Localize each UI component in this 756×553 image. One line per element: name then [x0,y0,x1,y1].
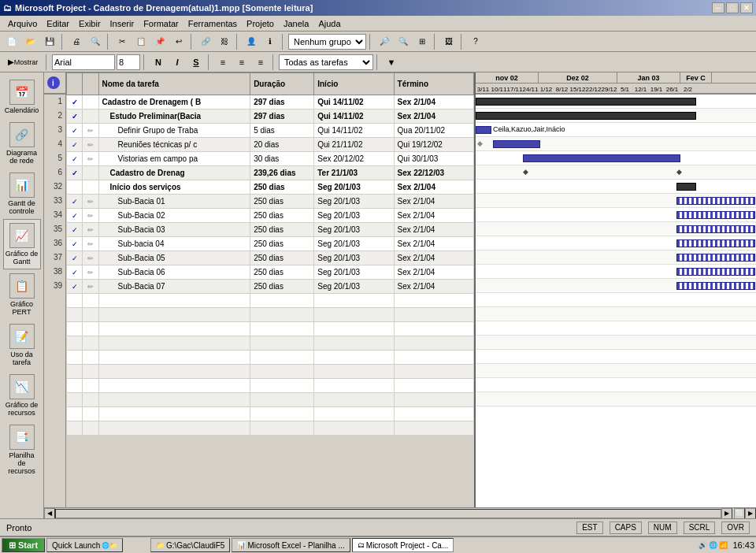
bold-btn[interactable]: N [150,54,167,71]
sidebar-item-uso-tarefa[interactable]: 📝 Uso da tarefa [3,320,41,370]
task-name-cell[interactable]: Sub-Bacia 01 [98,195,250,209]
sidebar-item-grafico-recursos[interactable]: 📉 Gráfico de recursos [3,370,41,421]
align-center[interactable]: ≡ [233,54,250,71]
font-input[interactable] [52,54,115,70]
table-row[interactable]: Início dos serviços250 diasSeg 20/1/03Se… [67,180,474,195]
task-name-cell[interactable]: Sub-Bacia 03 [98,223,250,237]
task-name-cell[interactable]: Cadastro de Drenagem ( B [98,95,250,109]
minimize-button[interactable]: ─ [712,2,724,13]
col-termino-header[interactable]: Término [394,73,473,95]
copy-button[interactable]: 📋 [132,33,150,50]
sidebar-item-calendario[interactable]: 📅 Calendário [3,76,41,118]
sidebar-item-diagrama-rede[interactable]: 🔗 Diagrama de rede [3,118,41,169]
end-cell: Sex 2/1/04 [394,223,473,237]
copy-pic[interactable]: 🖼 [440,33,458,50]
table-row[interactable]: ✓✏Vistorias em campo pa30 diasSex 20/12/… [67,152,474,166]
search-button[interactable]: 🔍 [87,33,104,50]
col-duracao-header[interactable]: Duração [250,73,314,95]
table-row[interactable]: ✓✏Sub-Bacia 01250 diasSeg 20/1/03Sex 2/1… [67,195,474,209]
group-dropdown[interactable]: Nenhum grupo [288,34,366,50]
task-name-cell[interactable]: Reuniões técnicas p/ c [98,138,250,152]
font-size-input[interactable] [117,54,140,70]
col-name-header[interactable]: Nome da tarefa [98,73,250,95]
close-button[interactable]: ✕ [740,2,753,13]
menu-ajuda[interactable]: Ajuda [313,17,345,30]
maximize-button[interactable]: □ [726,2,739,13]
col-inicio-header[interactable]: Início [314,73,394,95]
start-button[interactable]: ⊞ Start [2,538,45,552]
taskbar-gac[interactable]: 📁 G:\Gac\ClaudiF5 [150,538,230,552]
taskbar-msproject[interactable]: 🗂 Microsoft Project - Ca... [352,538,454,552]
align-left[interactable]: ≡ [214,54,232,71]
open-button[interactable]: 📂 [22,33,39,50]
table-row[interactable]: ✓✏Sub-Bacia 03250 diasSeg 20/1/03Sex 2/1… [67,223,474,237]
menu-formatar[interactable]: Formatar [139,17,183,30]
menu-arquivo[interactable]: Arquivo [3,17,42,30]
table-row[interactable]: ✓✏Sub-Bacia 02250 diasSeg 20/1/03Sex 2/1… [67,209,474,223]
scroll-expand-btn[interactable]: ▶ [745,508,756,519]
row-num-33: 33 [44,194,65,208]
table-row[interactable]: ✓Estudo Preliminar(Bacia297 diasQui 14/1… [67,109,474,124]
task-info[interactable]: ℹ [261,33,279,50]
taskbar-excel[interactable]: 📊 Microsoft Excel - Planilha ... [232,538,350,552]
save-button[interactable]: 💾 [41,33,58,50]
print-button[interactable]: 🖨 [68,33,85,50]
menu-projeto[interactable]: Projeto [242,17,279,30]
task-name-cell[interactable]: Sub-Bacia 06 [98,265,250,280]
sidebar-item-grafico-pert[interactable]: 📋 Gráfico PERT [3,269,41,320]
help-btn[interactable]: ? [467,33,484,50]
zoom-out[interactable]: 🔍 [395,33,412,50]
sidebar-item-planilha-recursos[interactable]: 📑 Planilha de recursos [3,421,41,479]
table-row[interactable]: ✓Cadastro de Drenagem ( B297 diasQui 14/… [67,95,474,109]
task-name-cell[interactable]: Sub-Bacia 02 [98,209,250,223]
resource-assign[interactable]: 👤 [243,33,260,50]
menu-ferramentas[interactable]: Ferramentas [183,17,242,30]
italic-btn[interactable]: I [169,54,186,71]
fit-btn[interactable]: ⊞ [413,33,431,50]
link-button[interactable]: 🔗 [197,33,214,50]
sep6 [369,34,372,50]
month-dez02: Dez 02 [539,72,617,83]
align-right[interactable]: ≡ [252,54,269,71]
menu-editar[interactable]: Editar [42,17,74,30]
underline-btn[interactable]: S [187,54,205,71]
check-cell [67,180,83,195]
table-row[interactable]: ✓✏Sub-Bacia 07250 diasSeg 20/1/03Sex 2/1… [67,280,474,294]
table-row[interactable]: ✓✏Sub-bacia 04250 diasSeg 20/1/03Sex 2/1… [67,237,474,251]
menu-inserir[interactable]: Inserir [106,17,139,30]
scroll-left-btn[interactable]: ◀ [44,508,55,519]
cut-button[interactable]: ✂ [113,33,131,50]
task-name-cell[interactable]: Vistorias em campo pa [98,152,250,166]
taskbar-quicklaunch[interactable]: Quick Launch 🌐📁 [46,538,123,552]
check-cell: ✓ [67,138,83,152]
task-name-cell[interactable]: Estudo Preliminar(Bacia [98,109,250,124]
task-name-cell[interactable]: Definir Grupo de Traba [98,124,250,138]
paste-button[interactable]: 📌 [151,33,169,50]
fsep5 [376,54,380,70]
table-row[interactable]: ✓✏Sub-Bacia 06250 diasSeg 20/1/03Sex 2/1… [67,265,474,280]
unlink-button[interactable]: ⛓ [216,33,233,50]
menu-janela[interactable]: Janela [279,17,313,30]
scroll-track[interactable] [55,509,721,518]
scroll-right-btn[interactable]: ▶ [721,508,732,519]
zoom-in[interactable]: 🔎 [376,33,393,50]
task-name-cell[interactable]: Sub-Bacia 05 [98,251,250,265]
task-name-cell[interactable]: Cadastro de Drenag [98,166,250,180]
new-button[interactable]: 📄 [3,33,20,50]
status-num: NUM [648,521,677,534]
undo-button[interactable]: ↩ [170,33,187,50]
filter-dropdown[interactable]: Todas as tarefas [279,54,373,70]
task-name-cell[interactable]: Sub-Bacia 07 [98,280,250,294]
scroll-split-btn[interactable]: ⬜ [734,508,745,519]
sidebar-item-gantt-controle[interactable]: 📊 Gantt de controle [3,169,41,219]
table-row[interactable]: ✓Cadastro de Drenag239,26 diasTer 21/1/0… [67,166,474,180]
table-row[interactable]: ✓✏Reuniões técnicas p/ c20 diasQui 21/11… [67,138,474,152]
table-row[interactable]: ✓✏Sub-Bacia 05250 diasSeg 20/1/03Sex 2/1… [67,251,474,265]
sidebar-item-grafico-gantt[interactable]: 📈 Gráfico de Gantt [3,219,41,269]
show-btn[interactable]: ▶ Mostrar [3,54,43,71]
task-name-cell[interactable]: Início dos serviços [98,180,250,195]
menu-exibir[interactable]: Exibir [74,17,106,30]
task-name-cell[interactable]: Sub-bacia 04 [98,237,250,251]
filter-icon[interactable]: ▼ [383,54,400,71]
table-row[interactable]: ✓✏Definir Grupo de Traba5 diasQui 14/11/… [67,124,474,138]
